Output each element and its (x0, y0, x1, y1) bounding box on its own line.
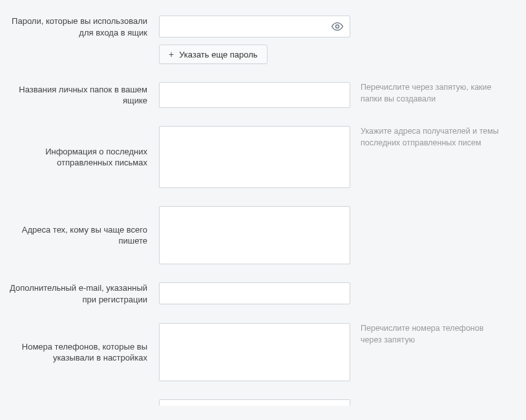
svg-point-0 (336, 25, 339, 28)
secondary-email-input[interactable] (159, 282, 350, 304)
passwords-label: Пароли, которые вы использовали для вход… (0, 16, 159, 38)
frequent-addresses-input[interactable] (159, 206, 350, 264)
sent-info-hint: Укажите адреса получателей и темы послед… (350, 126, 505, 149)
folders-hint: Перечислите через запятую, какие папки в… (350, 82, 505, 105)
plus-icon: + (169, 50, 174, 59)
add-password-button[interactable]: + Указать еще пароль (159, 45, 268, 64)
frequent-addresses-label: Адреса тех, кому вы чаще всего пишете (0, 206, 159, 264)
password-input[interactable] (159, 16, 350, 37)
folders-input[interactable] (159, 82, 350, 108)
folders-label: Названия личных папок в вашем ящике (0, 82, 159, 108)
sent-info-label: Информация о последних отправленных пись… (0, 126, 159, 188)
sent-info-input[interactable] (159, 126, 350, 188)
secondary-email-label: Дополнительный e-mail, указанный при рег… (0, 282, 159, 305)
phones-label: Номера телефонов, которые вы указывали в… (0, 323, 159, 381)
phones-input[interactable] (159, 323, 350, 381)
phones-hint: Перечислите номера телефонов через запят… (350, 323, 505, 346)
eye-icon[interactable] (331, 20, 344, 33)
cutoff-input (159, 399, 350, 406)
add-password-label: Указать еще пароль (179, 50, 257, 59)
